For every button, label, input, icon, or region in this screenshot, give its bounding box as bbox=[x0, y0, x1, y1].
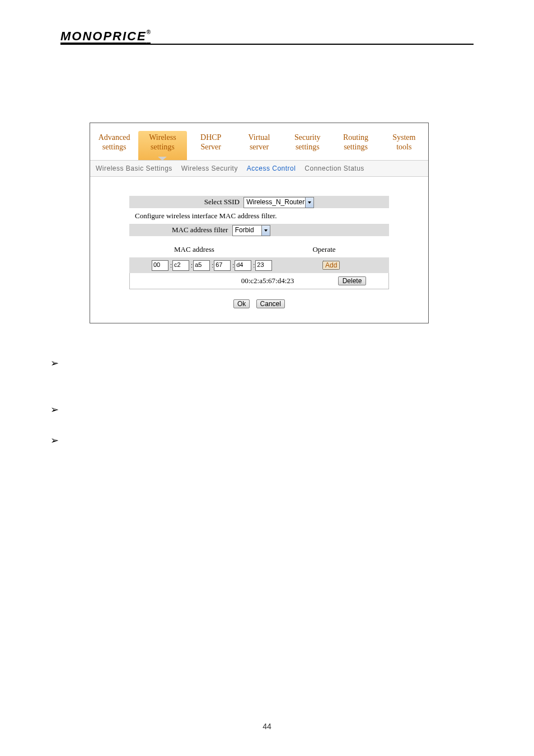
tab-routing-settings[interactable]: Routing settings bbox=[331, 131, 380, 160]
filter-select[interactable]: Forbid bbox=[232, 225, 270, 236]
tab-label-line2: tools bbox=[380, 142, 428, 152]
tab-label-line2: settings bbox=[138, 142, 186, 152]
main-tabs: Advanced settings Wireless settings DHCP… bbox=[90, 131, 428, 160]
cancel-button[interactable]: Cancel bbox=[256, 299, 285, 308]
mac-list-value: 00:c2:a5:67:d4:23 bbox=[219, 276, 316, 285]
page-number: 44 bbox=[0, 722, 534, 731]
tab-label-line1: Advanced bbox=[90, 133, 138, 142]
add-button[interactable]: Add bbox=[322, 261, 340, 270]
chevron-down-icon bbox=[305, 198, 313, 208]
mac-colon: : bbox=[191, 262, 193, 269]
tab-label-line2: Server bbox=[187, 142, 235, 152]
action-row: Ok Cancel bbox=[129, 289, 389, 316]
ssid-value: Wireless_N_Router bbox=[246, 198, 305, 206]
ssid-row: Select SSID Wireless_N_Router bbox=[129, 196, 389, 208]
tab-label-line1: DHCP bbox=[187, 133, 235, 142]
mac-octet-6[interactable]: 23 bbox=[255, 260, 272, 271]
bullet-item bbox=[48, 433, 474, 448]
mac-octet-1[interactable]: 00 bbox=[152, 260, 168, 271]
header-divider bbox=[60, 44, 474, 45]
tab-label-line1: Security bbox=[283, 133, 331, 142]
tab-advanced-settings[interactable]: Advanced settings bbox=[90, 131, 138, 160]
bullet-item bbox=[48, 356, 474, 371]
subtab-access-control[interactable]: Access Control bbox=[247, 165, 296, 172]
mac-colon: : bbox=[212, 262, 213, 269]
filter-value: Forbid bbox=[235, 226, 254, 234]
sub-tabs: Wireless Basic Settings Wireless Securit… bbox=[90, 160, 428, 177]
bullet-item bbox=[48, 402, 474, 417]
mac-colon: : bbox=[232, 262, 234, 269]
mac-colon: : bbox=[170, 262, 172, 269]
chevron-down-icon bbox=[261, 226, 270, 236]
brand-suffix: ® bbox=[147, 29, 151, 35]
ok-button[interactable]: Ok bbox=[233, 299, 250, 308]
content-area: Select SSID Wireless_N_Router Configure … bbox=[90, 177, 428, 323]
brand-text: MONOPRICE bbox=[60, 29, 147, 43]
col-operate: Operate bbox=[259, 245, 389, 254]
tab-system-tools[interactable]: System tools bbox=[380, 131, 428, 160]
delete-button[interactable]: Delete bbox=[338, 276, 367, 285]
config-description: Configure wireless interface MAC address… bbox=[129, 208, 389, 220]
subtab-connection-status[interactable]: Connection Status bbox=[305, 165, 364, 172]
filter-row: MAC address filter Forbid bbox=[129, 224, 389, 236]
tab-label-line1: Routing bbox=[331, 133, 380, 142]
col-mac: MAC address bbox=[129, 245, 259, 254]
brand-logo: MONOPRICE® bbox=[60, 29, 151, 44]
ssid-select[interactable]: Wireless_N_Router bbox=[243, 197, 314, 208]
mac-octet-4[interactable]: 67 bbox=[214, 260, 231, 271]
mac-octet-2[interactable]: c2 bbox=[172, 260, 189, 271]
tab-label-line1: Wireless bbox=[138, 133, 186, 142]
tab-label-line1: Virtual bbox=[235, 133, 283, 142]
tab-label-line2: settings bbox=[331, 142, 380, 152]
tab-label-line2: settings bbox=[283, 142, 331, 152]
tab-label-line2: server bbox=[235, 142, 283, 152]
filter-label: MAC address filter bbox=[172, 224, 228, 236]
subtab-wireless-basic[interactable]: Wireless Basic Settings bbox=[96, 165, 172, 172]
subtab-wireless-security[interactable]: Wireless Security bbox=[181, 165, 238, 172]
tab-security-settings[interactable]: Security settings bbox=[283, 131, 331, 160]
tab-dhcp-server[interactable]: DHCP Server bbox=[187, 131, 235, 160]
mac-input-row: 00: c2: a5: 67: d4: 23 Add bbox=[129, 257, 389, 273]
tab-label-line2: settings bbox=[90, 142, 138, 152]
mac-list-row: 00:c2:a5:67:d4:23 Delete bbox=[129, 273, 389, 289]
body-bullets bbox=[48, 356, 474, 448]
mac-octet-3[interactable]: a5 bbox=[193, 260, 210, 271]
columns-header: MAC address Operate bbox=[129, 245, 389, 254]
tab-wireless-settings[interactable]: Wireless settings bbox=[138, 131, 186, 160]
ssid-label: Select SSID bbox=[204, 196, 240, 208]
mac-octet-5[interactable]: d4 bbox=[235, 260, 251, 271]
tab-virtual-server[interactable]: Virtual server bbox=[235, 131, 283, 160]
router-panel: Advanced settings Wireless settings DHCP… bbox=[90, 123, 429, 323]
mac-colon: : bbox=[253, 262, 255, 269]
tab-label-line1: System bbox=[380, 133, 428, 142]
